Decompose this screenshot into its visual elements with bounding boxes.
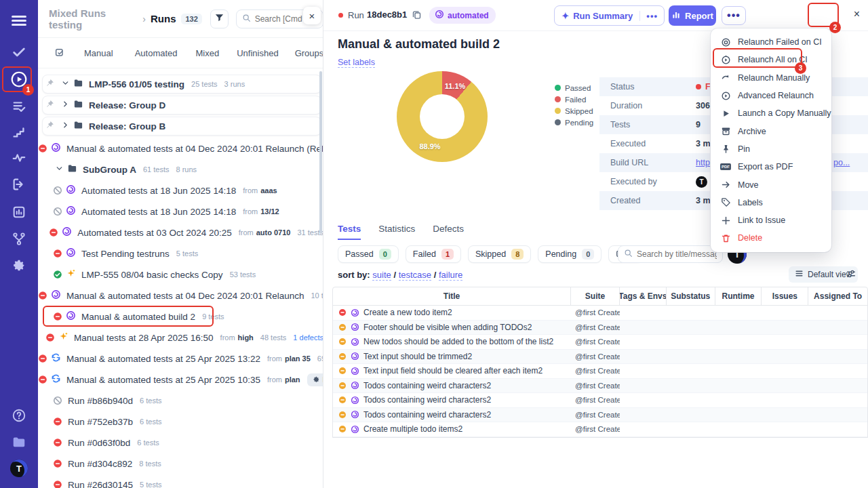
menu-icon[interactable] <box>0 12 38 29</box>
run-list-item[interactable]: Run #26d301455 tests <box>38 475 323 488</box>
runs-tab-automated[interactable]: Automated <box>135 48 178 58</box>
group-list-item[interactable]: SubGroup A61 tests8 runs <box>38 160 323 179</box>
filter-chip-skipped[interactable]: Skipped8 <box>468 245 531 263</box>
bar-chart-icon[interactable] <box>0 203 38 221</box>
run-title[interactable]: Manual & automated build 2 <box>81 312 195 322</box>
defects-link[interactable]: 1 defects <box>293 333 323 342</box>
table-row[interactable]: Todos containing weird characters2@first… <box>333 393 867 408</box>
menu-item-advanced-relaunch[interactable]: Advanced Relaunch <box>711 87 831 104</box>
list-check-icon[interactable] <box>0 98 38 115</box>
breadcrumb-page[interactable]: Runs <box>151 13 176 24</box>
tests-search[interactable] <box>618 245 723 263</box>
filter-chip-passed[interactable]: Passed0 <box>338 245 399 263</box>
help-icon[interactable] <box>0 407 38 424</box>
run-title[interactable]: Automated tests at 18 Jun 2025 14:18 <box>81 207 236 217</box>
run-list-item[interactable]: Automated tests at 03 Oct 2024 20:25from… <box>38 223 323 242</box>
table-row[interactable]: New todos should be added to the bottom … <box>333 335 867 350</box>
run-list-item[interactable]: Run #0d63f0bd6 tests <box>38 433 323 452</box>
run-list-item[interactable]: Run #752eb37b6 tests <box>38 412 323 431</box>
run-list-item[interactable]: Manual & automated tests at 04 Dec 2024 … <box>38 139 323 158</box>
run-title[interactable]: Run #752eb37b <box>68 417 133 427</box>
run-summary-more-button[interactable]: ••• <box>639 11 664 21</box>
run-list-item[interactable]: LMP-555 08/04 basic checks Copy53 tests <box>38 265 323 284</box>
folder-icon[interactable] <box>0 433 38 451</box>
menu-item-relaunch-manually[interactable]: Relaunch Manually <box>711 69 831 87</box>
filter-chip-failed[interactable]: Failed1 <box>406 245 461 263</box>
table-row[interactable]: Create a new todo item2@first Create ... <box>333 306 867 321</box>
menu-item-relaunch-failed-on-ci[interactable]: Relaunch Failed on CI <box>711 33 831 51</box>
chevron-down-icon[interactable] <box>55 163 64 176</box>
table-row[interactable]: Create multiple todo items2@first Create… <box>333 422 867 437</box>
run-title[interactable]: LMP-556 01/05 testing <box>89 79 184 89</box>
run-title[interactable]: Release: Group D <box>89 100 165 110</box>
table-row[interactable]: Text input should be trimmed2@first Crea… <box>333 350 867 365</box>
check-icon[interactable] <box>0 43 38 61</box>
menu-item-delete[interactable]: Delete <box>711 229 831 247</box>
menu-item-pin[interactable]: Pin <box>711 140 831 158</box>
scrollbar-thumb[interactable] <box>319 71 322 234</box>
menu-item-launch-a-copy-manually[interactable]: Launch a Copy Manually <box>711 104 831 122</box>
copy-icon[interactable] <box>412 9 422 22</box>
sort-failure-link[interactable]: failure <box>439 270 462 281</box>
table-row[interactable]: Todos containing weird characters2@first… <box>333 408 867 423</box>
menu-item-link-to-issue[interactable]: Link to Issue <box>711 211 831 229</box>
breadcrumb-project[interactable]: Mixed Runs testing <box>49 7 138 30</box>
build-url-tail-link[interactable]: po... <box>833 153 850 172</box>
run-list-item[interactable]: Manual & automated tests at 25 Apr 2025 … <box>38 370 323 389</box>
run-title[interactable]: Manual & automated tests at 04 Dec 2024 … <box>66 291 304 301</box>
run-title[interactable]: Run #d304c892 <box>68 459 132 469</box>
filter-chip-pending[interactable]: Pending0 <box>538 245 601 263</box>
close-run-button[interactable]: × <box>854 8 860 20</box>
run-title[interactable]: Release: Group B <box>89 121 165 131</box>
tests-search-input[interactable] <box>637 249 717 259</box>
group-list-item[interactable]: Release: Group D <box>42 96 321 115</box>
close-panel-button[interactable]: × <box>303 7 321 24</box>
column-header-title[interactable]: Title <box>333 287 571 305</box>
run-list-item[interactable]: Manual tests at 28 Apr 2025 16:50fromhig… <box>38 328 323 347</box>
run-title[interactable]: Manual & automated tests at 25 Apr 2025 … <box>66 375 260 385</box>
run-title[interactable]: Manual & automated tests at 25 Apr 2025 … <box>66 354 260 364</box>
column-header-runtime[interactable]: Runtime <box>715 287 762 305</box>
table-row[interactable]: Footer should be visible when adding TOD… <box>333 321 867 336</box>
table-row[interactable]: Todos containing weird characters2@first… <box>333 379 867 394</box>
column-header-substatus[interactable]: Substatus <box>667 287 715 305</box>
report-button[interactable]: Report <box>669 5 716 26</box>
column-header-issues[interactable]: Issues <box>762 287 808 305</box>
menu-item-labels[interactable]: Labels <box>711 194 831 211</box>
run-summary-button[interactable]: ✦ Run Summary ••• <box>554 5 665 26</box>
runs-tab-manual[interactable]: Manual <box>84 48 113 58</box>
tab-statistics[interactable]: Statistics <box>378 224 415 240</box>
run-title[interactable]: Manual tests at 28 Apr 2025 16:50 <box>74 333 214 343</box>
run-list-item[interactable]: Manual & automated build 29 tests <box>38 307 323 326</box>
run-title[interactable]: Run #b86b940d <box>68 396 133 406</box>
table-row[interactable]: Text input field should be cleared after… <box>333 364 867 379</box>
automated-badge[interactable]: automated <box>429 7 496 24</box>
tab-tests[interactable]: Tests <box>338 224 361 240</box>
steps-icon[interactable] <box>0 123 38 141</box>
table-settings-icon[interactable] <box>846 268 856 282</box>
chevron-right-icon[interactable] <box>61 99 70 111</box>
run-title[interactable]: SubGroup A <box>83 165 136 175</box>
group-list-item[interactable]: Release: Group B <box>42 117 321 136</box>
column-header-suite[interactable]: Suite <box>571 287 620 305</box>
runs-tab-groups[interactable]: Groups <box>295 48 323 58</box>
run-title[interactable]: LMP-555 08/04 basic checks Copy <box>81 270 223 280</box>
select-all-icon[interactable] <box>54 47 65 58</box>
chevron-right-icon[interactable] <box>61 120 70 132</box>
run-list-item[interactable]: Test Pending testruns5 tests <box>38 244 323 263</box>
run-list-item[interactable]: Manual & automated tests at 04 Dec 2024 … <box>38 286 323 305</box>
runs-tab-mixed[interactable]: Mixed <box>196 48 220 58</box>
avatar-T[interactable]: T <box>0 460 38 477</box>
sort-testcase-link[interactable]: testcase <box>399 270 431 281</box>
run-title[interactable]: Run #26d30145 <box>68 480 133 488</box>
gear-icon[interactable] <box>0 256 38 274</box>
run-list-item[interactable]: Manual & automated tests at 25 Apr 2025 … <box>38 349 323 368</box>
run-list-item[interactable]: Automated tests at 18 Jun 2025 14:18from… <box>38 181 323 200</box>
branch-icon[interactable] <box>0 230 38 247</box>
filter-button[interactable] <box>210 9 229 28</box>
column-header-tags-envs[interactable]: Tags & Envs <box>620 287 667 305</box>
run-title[interactable]: Run #0d63f0bd <box>68 438 130 448</box>
runs-tab-unfinished[interactable]: Unfinished <box>237 48 278 58</box>
sort-suite-link[interactable]: suite <box>372 270 391 281</box>
pulse-icon[interactable] <box>0 149 38 167</box>
